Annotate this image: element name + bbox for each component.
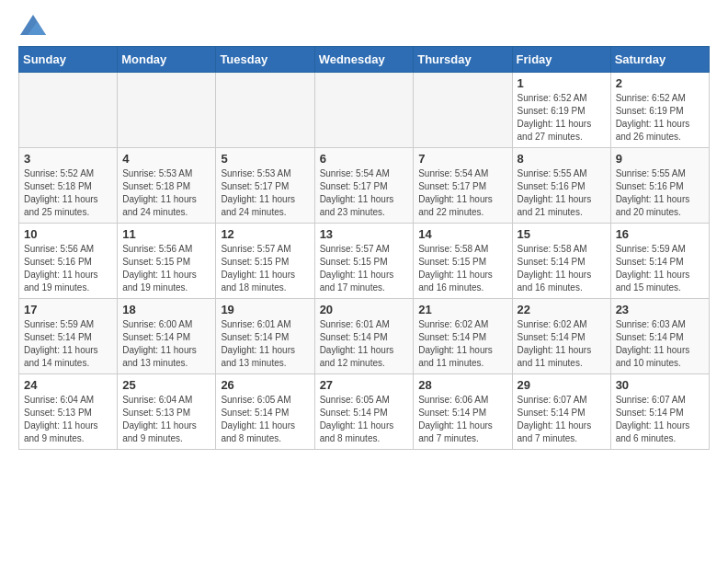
calendar-cell	[314, 73, 414, 148]
calendar-cell	[216, 73, 314, 148]
calendar-cell: 1Sunrise: 6:52 AM Sunset: 6:19 PM Daylig…	[512, 73, 610, 148]
day-info: Sunrise: 6:01 AM Sunset: 5:14 PM Dayligh…	[320, 318, 409, 370]
calendar-cell: 8Sunrise: 5:55 AM Sunset: 5:16 PM Daylig…	[512, 148, 610, 224]
day-info: Sunrise: 6:01 AM Sunset: 5:14 PM Dayligh…	[221, 318, 309, 370]
day-number: 20	[320, 303, 409, 316]
calendar-cell: 9Sunrise: 5:55 AM Sunset: 5:16 PM Daylig…	[610, 148, 709, 224]
day-number: 21	[418, 303, 506, 316]
day-info: Sunrise: 5:56 AM Sunset: 5:15 PM Dayligh…	[122, 243, 210, 294]
calendar-cell: 26Sunrise: 6:05 AM Sunset: 5:14 PM Dayli…	[216, 374, 314, 450]
weekday-header: Wednesday	[314, 47, 414, 73]
day-number: 14	[418, 227, 506, 241]
day-info: Sunrise: 6:04 AM Sunset: 5:13 PM Dayligh…	[24, 394, 112, 445]
day-number: 15	[518, 227, 606, 241]
day-number: 2	[616, 76, 704, 90]
calendar-cell: 5Sunrise: 5:53 AM Sunset: 5:17 PM Daylig…	[216, 148, 314, 224]
calendar-header-row: SundayMondayTuesdayWednesdayThursdayFrid…	[19, 47, 710, 73]
calendar-cell	[118, 73, 216, 148]
day-number: 3	[24, 152, 112, 166]
calendar-week-row: 3Sunrise: 5:52 AM Sunset: 5:18 PM Daylig…	[19, 148, 710, 224]
day-info: Sunrise: 6:52 AM Sunset: 6:19 PM Dayligh…	[518, 92, 606, 144]
day-number: 6	[320, 152, 409, 166]
day-number: 13	[320, 227, 409, 241]
calendar-cell: 3Sunrise: 5:52 AM Sunset: 5:18 PM Daylig…	[19, 148, 118, 224]
calendar-week-row: 10Sunrise: 5:56 AM Sunset: 5:16 PM Dayli…	[19, 224, 710, 299]
calendar-cell: 24Sunrise: 6:04 AM Sunset: 5:13 PM Dayli…	[19, 374, 118, 450]
day-info: Sunrise: 6:03 AM Sunset: 5:14 PM Dayligh…	[616, 318, 704, 370]
day-number: 22	[518, 303, 606, 316]
day-number: 11	[122, 227, 210, 241]
day-number: 23	[616, 303, 704, 316]
day-number: 18	[122, 303, 210, 316]
day-number: 27	[320, 378, 409, 392]
calendar-cell: 16Sunrise: 5:59 AM Sunset: 5:14 PM Dayli…	[610, 224, 709, 299]
calendar-cell: 29Sunrise: 6:07 AM Sunset: 5:14 PM Dayli…	[512, 374, 610, 450]
day-number: 7	[418, 152, 506, 166]
calendar-cell: 2Sunrise: 6:52 AM Sunset: 6:19 PM Daylig…	[610, 73, 709, 148]
logo	[18, 15, 46, 35]
day-info: Sunrise: 5:56 AM Sunset: 5:16 PM Dayligh…	[24, 243, 112, 294]
weekday-header: Sunday	[19, 47, 118, 73]
page: SundayMondayTuesdayWednesdayThursdayFrid…	[0, 0, 728, 468]
day-number: 12	[221, 227, 309, 241]
calendar-cell: 21Sunrise: 6:02 AM Sunset: 5:14 PM Dayli…	[414, 299, 512, 374]
day-number: 26	[221, 378, 309, 392]
calendar-cell: 30Sunrise: 6:07 AM Sunset: 5:14 PM Dayli…	[610, 374, 709, 450]
calendar-cell: 19Sunrise: 6:01 AM Sunset: 5:14 PM Dayli…	[216, 299, 314, 374]
calendar-cell: 6Sunrise: 5:54 AM Sunset: 5:17 PM Daylig…	[314, 148, 414, 224]
day-number: 1	[518, 76, 606, 90]
calendar-cell	[414, 73, 512, 148]
day-number: 25	[122, 378, 210, 392]
logo-icon	[20, 15, 46, 35]
day-info: Sunrise: 6:02 AM Sunset: 5:14 PM Dayligh…	[518, 318, 606, 370]
weekday-header: Monday	[118, 47, 216, 73]
day-number: 5	[221, 152, 309, 166]
calendar-week-row: 17Sunrise: 5:59 AM Sunset: 5:14 PM Dayli…	[19, 299, 710, 374]
calendar-cell: 14Sunrise: 5:58 AM Sunset: 5:15 PM Dayli…	[414, 224, 512, 299]
day-number: 10	[24, 227, 112, 241]
calendar-cell: 25Sunrise: 6:04 AM Sunset: 5:13 PM Dayli…	[118, 374, 216, 450]
day-info: Sunrise: 5:54 AM Sunset: 5:17 PM Dayligh…	[320, 167, 409, 219]
calendar-table: SundayMondayTuesdayWednesdayThursdayFrid…	[18, 46, 710, 450]
day-number: 17	[24, 303, 112, 316]
day-info: Sunrise: 5:57 AM Sunset: 5:15 PM Dayligh…	[221, 243, 309, 294]
calendar-cell	[19, 73, 118, 148]
calendar-cell: 27Sunrise: 6:05 AM Sunset: 5:14 PM Dayli…	[314, 374, 414, 450]
day-info: Sunrise: 5:57 AM Sunset: 5:15 PM Dayligh…	[320, 243, 409, 294]
logo-text	[18, 15, 46, 35]
day-info: Sunrise: 5:55 AM Sunset: 5:16 PM Dayligh…	[518, 167, 606, 219]
day-info: Sunrise: 5:52 AM Sunset: 5:18 PM Dayligh…	[24, 167, 112, 219]
day-number: 28	[418, 378, 506, 392]
weekday-header: Saturday	[610, 47, 709, 73]
day-info: Sunrise: 5:59 AM Sunset: 5:14 PM Dayligh…	[616, 243, 704, 294]
calendar-week-row: 24Sunrise: 6:04 AM Sunset: 5:13 PM Dayli…	[19, 374, 710, 450]
calendar-cell: 18Sunrise: 6:00 AM Sunset: 5:14 PM Dayli…	[118, 299, 216, 374]
day-info: Sunrise: 6:00 AM Sunset: 5:14 PM Dayligh…	[122, 318, 210, 370]
day-number: 16	[616, 227, 704, 241]
calendar-week-row: 1Sunrise: 6:52 AM Sunset: 6:19 PM Daylig…	[19, 73, 710, 148]
day-info: Sunrise: 5:58 AM Sunset: 5:14 PM Dayligh…	[518, 243, 606, 294]
header	[18, 15, 710, 35]
calendar-cell: 12Sunrise: 5:57 AM Sunset: 5:15 PM Dayli…	[216, 224, 314, 299]
calendar-cell: 20Sunrise: 6:01 AM Sunset: 5:14 PM Dayli…	[314, 299, 414, 374]
day-info: Sunrise: 5:58 AM Sunset: 5:15 PM Dayligh…	[418, 243, 506, 294]
day-info: Sunrise: 5:54 AM Sunset: 5:17 PM Dayligh…	[418, 167, 506, 219]
calendar-cell: 10Sunrise: 5:56 AM Sunset: 5:16 PM Dayli…	[19, 224, 118, 299]
day-info: Sunrise: 6:05 AM Sunset: 5:14 PM Dayligh…	[320, 394, 409, 445]
day-number: 9	[616, 152, 704, 166]
calendar-cell: 11Sunrise: 5:56 AM Sunset: 5:15 PM Dayli…	[118, 224, 216, 299]
calendar-cell: 4Sunrise: 5:53 AM Sunset: 5:18 PM Daylig…	[118, 148, 216, 224]
calendar-cell: 13Sunrise: 5:57 AM Sunset: 5:15 PM Dayli…	[314, 224, 414, 299]
calendar-cell: 28Sunrise: 6:06 AM Sunset: 5:14 PM Dayli…	[414, 374, 512, 450]
day-info: Sunrise: 5:55 AM Sunset: 5:16 PM Dayligh…	[616, 167, 704, 219]
day-info: Sunrise: 6:06 AM Sunset: 5:14 PM Dayligh…	[418, 394, 506, 445]
day-info: Sunrise: 6:05 AM Sunset: 5:14 PM Dayligh…	[221, 394, 309, 445]
day-number: 4	[122, 152, 210, 166]
calendar-cell: 22Sunrise: 6:02 AM Sunset: 5:14 PM Dayli…	[512, 299, 610, 374]
day-info: Sunrise: 6:04 AM Sunset: 5:13 PM Dayligh…	[122, 394, 210, 445]
weekday-header: Thursday	[414, 47, 512, 73]
day-info: Sunrise: 5:59 AM Sunset: 5:14 PM Dayligh…	[24, 318, 112, 370]
calendar-cell: 15Sunrise: 5:58 AM Sunset: 5:14 PM Dayli…	[512, 224, 610, 299]
day-info: Sunrise: 5:53 AM Sunset: 5:17 PM Dayligh…	[221, 167, 309, 219]
weekday-header: Tuesday	[216, 47, 314, 73]
